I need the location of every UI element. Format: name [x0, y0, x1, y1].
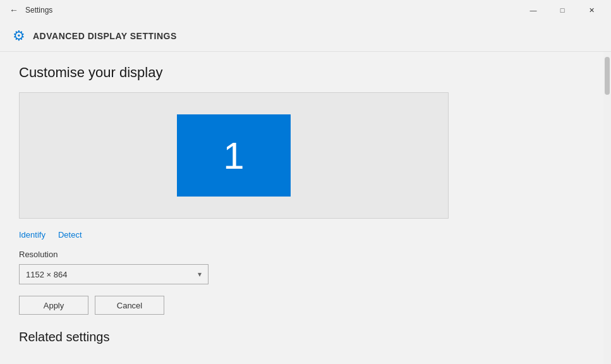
- minimize-button[interactable]: —: [519, 0, 548, 20]
- window: ← Settings — □ ✕ ⚙ ADVANCED DISPLAY SETT…: [0, 0, 611, 364]
- resolution-value: 1152 × 864: [26, 270, 67, 279]
- cancel-button[interactable]: Cancel: [95, 296, 164, 315]
- back-button[interactable]: ←: [5, 1, 23, 19]
- resolution-label: Resolution: [19, 250, 584, 259]
- related-settings-heading: Related settings: [19, 330, 584, 347]
- display-preview: 1: [19, 92, 449, 219]
- close-button[interactable]: ✕: [577, 0, 606, 20]
- content-area: Customise your display 1 Identify Detect…: [0, 52, 611, 364]
- action-buttons: Apply Cancel: [19, 296, 584, 315]
- window-title: Settings: [23, 6, 519, 15]
- settings-page-title: ADVANCED DISPLAY SETTINGS: [33, 31, 177, 41]
- maximize-button[interactable]: □: [548, 0, 577, 20]
- display-monitor: 1: [177, 114, 291, 197]
- settings-header: ⚙ ADVANCED DISPLAY SETTINGS: [0, 20, 611, 52]
- window-controls: — □ ✕: [519, 0, 606, 20]
- resolution-dropdown[interactable]: 1152 × 864 ▾: [19, 264, 209, 284]
- detect-link[interactable]: Detect: [58, 230, 82, 240]
- gear-icon: ⚙: [13, 28, 25, 44]
- scrollbar[interactable]: [603, 52, 611, 364]
- main-content: Customise your display 1 Identify Detect…: [0, 52, 603, 364]
- scrollbar-thumb[interactable]: [605, 57, 610, 95]
- display-number: 1: [223, 134, 244, 178]
- apply-button[interactable]: Apply: [19, 296, 88, 315]
- chevron-down-icon: ▾: [198, 270, 202, 279]
- display-links: Identify Detect: [19, 230, 584, 240]
- page-heading: Customise your display: [19, 64, 584, 81]
- identify-link[interactable]: Identify: [19, 230, 45, 240]
- title-bar: ← Settings — □ ✕: [0, 0, 611, 20]
